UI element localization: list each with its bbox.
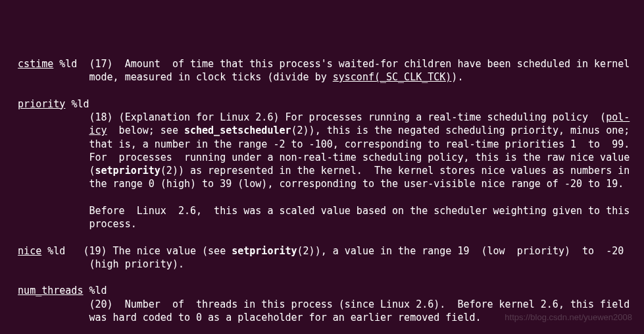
- nice-l1b: (2)), a value in the range 19 (low prior…: [297, 245, 624, 257]
- priority-l5b: (2)) as represented in the kernel. The k…: [161, 165, 630, 177]
- type-priority: %ld: [71, 98, 89, 110]
- nice-l2: (high priority).: [89, 258, 184, 270]
- cstime-l2b: ).: [451, 71, 463, 83]
- watermark: https://blog.csdn.net/yuewen2008: [505, 312, 632, 323]
- cstime-l2a: mode, measured in clock ticks (divide by: [89, 71, 332, 83]
- field-nice: nice: [18, 245, 41, 257]
- field-num-threads: num_threads: [18, 285, 83, 296]
- priority-l5a: (: [89, 165, 95, 177]
- priority-l7: Before Linux 2.6, this was a scaled valu…: [89, 205, 630, 217]
- sysconf-ref: sysconf(_SC_CLK_TCK): [333, 71, 452, 83]
- type-num-threads: %ld: [89, 285, 107, 296]
- priority-l2b: below; see: [107, 125, 184, 136]
- cstime-l1: (17) Amount of time that this process's …: [89, 58, 630, 70]
- manpage-body: cstime %ld (17) Amount of time that this…: [0, 57, 644, 334]
- priority-l2c: (2)), this is the negated scheduling pri…: [291, 125, 630, 136]
- priority-l8: process.: [89, 218, 136, 230]
- priority-l6: the range 0 (high) to 39 (low), correspo…: [89, 178, 624, 190]
- type-cstime: %ld: [59, 58, 77, 70]
- priority-l3: that is, a number in the range -2 to -10…: [89, 138, 630, 150]
- nice-l1a: (19) The nice value (see: [83, 245, 232, 257]
- field-priority: priority: [18, 98, 65, 110]
- field-cstime: cstime: [18, 58, 53, 70]
- type-nice: %ld: [47, 245, 65, 257]
- policy-ref-1: pol-: [606, 111, 630, 123]
- policy-ref-2: icy: [89, 125, 107, 136]
- setpriority-ref-1: setpriority: [95, 165, 161, 177]
- priority-l4: For processes running under a non-real-t…: [89, 152, 630, 163]
- setpriority-ref-2: setpriority: [232, 245, 297, 257]
- priority-l1: (18) (Explanation for Linux 2.6) For pro…: [89, 111, 606, 123]
- numthreads-l2: was hard coded to 0 as a placeholder for…: [89, 312, 481, 323]
- sched-ref: sched_setscheduler: [184, 125, 291, 136]
- numthreads-l1: (20) Number of threads in this process (…: [89, 298, 630, 310]
